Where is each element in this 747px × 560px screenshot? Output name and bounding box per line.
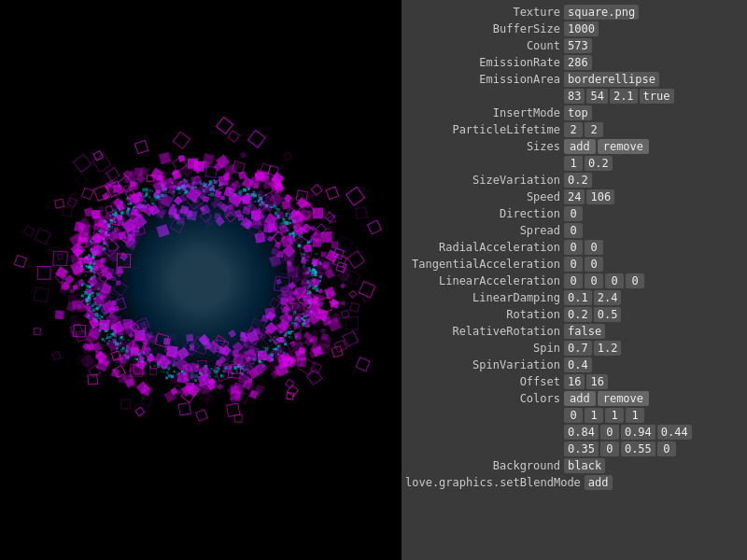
property-value: 83	[564, 89, 585, 104]
property-row: EmissionAreaborderellipse	[402, 71, 747, 88]
property-label: TangentialAcceleration	[405, 258, 564, 271]
particle-canvas	[0, 0, 402, 560]
property-row: Direction0	[402, 205, 747, 222]
property-value: 0	[600, 425, 619, 440]
property-values: 0.2	[564, 173, 592, 188]
property-value: 0	[564, 240, 583, 255]
property-label: LinearDamping	[405, 291, 564, 304]
property-values: square.png	[564, 5, 639, 20]
property-label: SizeVariation	[405, 174, 564, 187]
property-value: 0.1	[564, 290, 592, 305]
property-value: 16	[564, 374, 585, 389]
property-label: Count	[405, 39, 564, 52]
property-row: SizeVariation0.2	[402, 172, 747, 189]
property-value: 0	[564, 408, 583, 423]
property-label: ParticleLifetime	[405, 123, 564, 136]
property-values: 0.12.4	[564, 290, 621, 305]
property-values: 1000	[564, 21, 599, 36]
property-value: 0.2	[585, 156, 613, 171]
property-row: Colorsaddremove	[402, 390, 747, 407]
property-value: 24	[564, 189, 585, 204]
property-value: black	[564, 458, 605, 473]
property-value: 286	[564, 55, 592, 70]
property-row: Offset1616	[402, 373, 747, 390]
property-row: Texturesquare.png	[402, 4, 747, 21]
property-values: 22	[564, 122, 603, 137]
property-values: 24106	[564, 189, 614, 204]
property-values: 286	[564, 55, 592, 70]
property-row: TangentialAcceleration00	[402, 256, 747, 273]
property-value: 1	[605, 408, 624, 423]
property-value: square.png	[564, 5, 639, 20]
property-row: Backgroundblack	[402, 457, 747, 474]
property-label: RelativeRotation	[405, 325, 564, 338]
particle-preview	[0, 0, 402, 560]
property-value: 573	[564, 38, 592, 53]
property-label: LinearAcceleration	[405, 274, 564, 287]
property-values: 10.2	[564, 156, 613, 171]
property-values: 573	[564, 38, 592, 53]
property-values: 1616	[564, 374, 608, 389]
property-row: 0.8400.940.44	[402, 424, 747, 441]
property-row: RadialAcceleration00	[402, 239, 747, 256]
property-value: 1	[564, 156, 583, 171]
property-values: 0.3500.550	[564, 441, 676, 456]
property-value: 0	[585, 257, 603, 272]
property-value: top	[564, 105, 592, 120]
action-button[interactable]: remove	[598, 391, 649, 406]
property-label: Offset	[405, 375, 564, 388]
property-values: borderellipse	[564, 72, 659, 87]
property-row: SpinVariation0.4	[402, 357, 747, 373]
property-value: add	[585, 475, 613, 490]
property-row: 10.2	[402, 155, 747, 172]
property-value: 0.94	[621, 425, 655, 440]
property-label: love.graphics.setBlendMode	[405, 476, 585, 489]
property-value: 2	[585, 122, 603, 137]
property-label: Colors	[405, 392, 564, 405]
property-value: 1.2	[594, 341, 622, 356]
property-value: 0	[585, 240, 603, 255]
property-label: Direction	[405, 207, 564, 220]
property-value: 2	[564, 122, 583, 137]
properties-panel: Texturesquare.pngBufferSize1000Count573E…	[402, 0, 747, 560]
property-row: Speed24106	[402, 189, 747, 205]
property-value: 0.4	[564, 357, 592, 372]
property-value: 0	[564, 273, 583, 288]
property-values: 0	[564, 206, 583, 221]
property-label: Spread	[405, 224, 564, 237]
property-value: borderellipse	[564, 72, 659, 87]
property-value: 0.55	[621, 441, 655, 456]
property-values: 00	[564, 240, 603, 255]
property-values: 83542.1true	[564, 89, 674, 104]
property-value: 0	[605, 273, 624, 288]
property-label: EmissionArea	[405, 73, 564, 86]
action-button[interactable]: remove	[598, 139, 649, 154]
property-values: 0.20.5	[564, 307, 621, 322]
property-row: ParticleLifetime22	[402, 121, 747, 138]
property-values: 0	[564, 223, 583, 238]
property-value: 0	[564, 223, 583, 238]
action-button[interactable]: add	[564, 139, 596, 154]
property-values: black	[564, 458, 605, 473]
property-value: false	[564, 324, 605, 339]
property-value: 16	[586, 374, 607, 389]
property-row: Count573	[402, 37, 747, 54]
property-value: 54	[586, 89, 607, 104]
property-values: 0111	[564, 408, 644, 423]
property-value: 0	[564, 257, 583, 272]
property-values: addremove	[564, 391, 649, 406]
property-value: 0	[564, 206, 583, 221]
property-row: EmissionRate286	[402, 54, 747, 71]
property-value: 0.5	[594, 307, 622, 322]
property-values: 0.71.2	[564, 341, 621, 356]
property-value: true	[640, 89, 674, 104]
property-value: 0.7	[564, 341, 592, 356]
property-values: add	[585, 475, 613, 490]
property-value: 2.1	[610, 89, 638, 104]
property-row: InsertModetop	[402, 105, 747, 121]
action-button[interactable]: add	[564, 391, 596, 406]
property-values: false	[564, 324, 605, 339]
property-label: BufferSize	[405, 22, 564, 35]
property-row: RelativeRotationfalse	[402, 323, 747, 340]
property-row: Rotation0.20.5	[402, 306, 747, 323]
